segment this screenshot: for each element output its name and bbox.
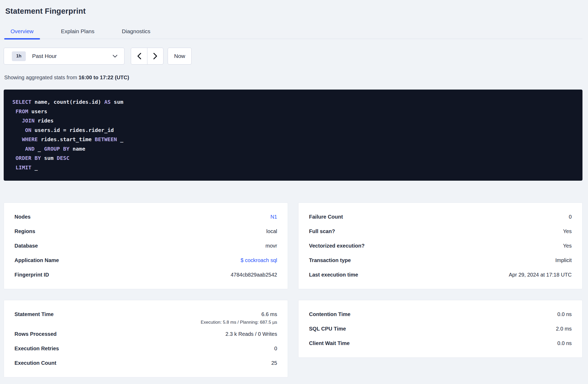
time-controls: 1h Past Hour: [4, 48, 582, 65]
stat-row: Full scan?Yes: [309, 224, 572, 239]
stat-value: movr: [266, 243, 277, 249]
stat-value: Apr 29, 2024 at 17:18 UTC: [509, 272, 572, 278]
time-interval-badge: 1h: [12, 51, 26, 61]
sql-text: name: [69, 146, 85, 152]
stat-label: Full scan?: [309, 228, 343, 234]
stat-label: Fingerprint ID: [14, 272, 57, 278]
sql-line: ORDER BY sum DESC: [12, 154, 574, 163]
previous-time-button[interactable]: [131, 48, 147, 64]
page-title: Statement Fingerprint: [5, 7, 582, 16]
stat-label: Regions: [14, 228, 43, 234]
stat-value: 0: [569, 214, 572, 220]
sql-text: rides: [34, 117, 53, 124]
stat-row: Execution Retries0: [14, 341, 277, 356]
stat-row: Application Name$ cockroach sql: [14, 253, 277, 268]
sql-keyword: WHERE: [22, 136, 38, 142]
sql-line: SELECT name, count(rides.id) AS sum: [12, 97, 574, 107]
statement-details-card: NodesN1RegionslocalDatabasemovrApplicati…: [4, 203, 288, 289]
tab-diagnostics[interactable]: Diagnostics: [116, 25, 157, 39]
stat-label: Application Name: [14, 257, 67, 263]
stat-label: Vectorized execution?: [309, 243, 372, 249]
stat-label: Failure Count: [309, 214, 351, 220]
stat-label: Statement Time: [14, 311, 62, 317]
sql-keyword: AND: [25, 146, 34, 152]
stat-row: Fingerprint ID4784cb829aab2542: [14, 268, 277, 282]
stat-label: Database: [14, 243, 46, 249]
stat-label: Execution Count: [14, 360, 64, 366]
stat-label: Rows Processed: [14, 331, 64, 337]
timing-cards-row: Statement Time6.6 msExecution: 5.8 ms / …: [4, 300, 582, 377]
stat-value-link[interactable]: N1: [270, 214, 277, 220]
stat-value: local: [266, 228, 277, 234]
sql-line: WHERE rides.start_time BETWEEN _: [12, 135, 574, 144]
stat-label: Transaction type: [309, 257, 359, 263]
sql-keyword: GROUP BY: [44, 146, 69, 152]
tab-diagnostics-label: Diagnostics: [122, 28, 151, 34]
aggregated-stats-prefix: Showing aggregated stats from: [4, 75, 78, 80]
sql-text: [12, 117, 22, 124]
stat-value: 0.0 ns: [557, 311, 572, 317]
stat-value: Yes: [563, 243, 572, 249]
sql-text: [12, 127, 25, 133]
now-button-label: Now: [174, 53, 185, 59]
time-range-dropdown[interactable]: 1h Past Hour: [4, 48, 124, 65]
now-button[interactable]: Now: [168, 48, 192, 65]
sql-keyword: ORDER BY: [16, 155, 41, 161]
aggregated-stats-range: 16:00 to 17:22 (UTC): [78, 75, 129, 80]
stat-value: Yes: [563, 228, 572, 234]
stat-row: Client Wait Time0.0 ns: [309, 336, 572, 351]
stat-row: Statement Time6.6 msExecution: 5.8 ms / …: [14, 307, 277, 325]
stat-row: Last execution timeApr 29, 2024 at 17:18…: [309, 268, 572, 282]
sql-keyword: FROM: [16, 108, 28, 115]
stat-row: Failure Count0: [309, 210, 572, 224]
stat-row: SQL CPU Time2.0 ms: [309, 322, 572, 336]
sql-keyword: JOIN: [22, 117, 34, 124]
sql-keyword: DESC: [57, 155, 69, 161]
time-step-controls: [131, 48, 163, 65]
stat-row: NodesN1: [14, 210, 277, 224]
sql-statement-box: SELECT name, count(rides.id) AS sum FROM…: [4, 90, 582, 181]
sql-text: _: [31, 164, 38, 171]
tab-explain-plans[interactable]: Explain Plans: [55, 25, 101, 39]
statement-fingerprint-page: Statement Fingerprint Overview Explain P…: [0, 0, 588, 377]
sql-line: LIMIT _: [12, 163, 574, 173]
sql-text: [12, 164, 16, 171]
stat-subvalue: Execution: 5.8 ms / Planning: 687.5 µs: [14, 319, 277, 325]
stat-value: 0: [274, 346, 277, 352]
tab-overview[interactable]: Overview: [4, 25, 40, 39]
sql-text: _: [117, 136, 123, 142]
stat-row: Execution Count25: [14, 356, 277, 370]
sql-keyword: BETWEEN: [95, 136, 117, 142]
sql-text: [12, 155, 16, 161]
sql-text: [12, 108, 16, 115]
execution-attributes-card: Failure Count0Full scan?YesVectorized ex…: [298, 203, 582, 289]
overview-cards-row: NodesN1RegionslocalDatabasemovrApplicati…: [4, 203, 582, 289]
sql-line: AND _ GROUP BY name: [12, 144, 574, 154]
tab-explain-plans-label: Explain Plans: [61, 28, 94, 34]
sql-text: users: [28, 108, 47, 115]
wait-timing-card: Contention Time0.0 nsSQL CPU Time2.0 msC…: [298, 300, 582, 358]
stat-value-link[interactable]: $ cockroach sql: [241, 257, 277, 263]
sql-statement: SELECT name, count(rides.id) AS sum FROM…: [12, 97, 574, 172]
stat-value: 25: [271, 360, 277, 366]
sql-text: name, count(rides.id): [31, 99, 104, 105]
sql-text: _: [34, 146, 44, 152]
sql-text: sum: [41, 155, 57, 161]
sql-text: sum: [111, 99, 123, 105]
sql-keyword: LIMIT: [16, 164, 31, 171]
sql-text: [12, 136, 22, 142]
tab-overview-label: Overview: [11, 28, 34, 34]
aggregated-stats-summary: Showing aggregated stats from 16:00 to 1…: [4, 74, 582, 81]
stat-value: 4784cb829aab2542: [231, 272, 277, 278]
sql-line: ON users.id = rides.rider_id: [12, 126, 574, 135]
stat-label: Execution Retries: [14, 346, 67, 352]
stat-row: Contention Time0.0 ns: [309, 307, 572, 322]
tabbar: Overview Explain Plans Diagnostics: [4, 25, 582, 39]
chevron-down-icon: [113, 55, 117, 58]
sql-keyword: AS: [104, 99, 111, 105]
stat-label: Last execution time: [309, 272, 366, 278]
next-time-button[interactable]: [147, 48, 163, 64]
chevron-right-icon: [153, 53, 157, 60]
sql-line: FROM users: [12, 107, 574, 116]
stat-row: Vectorized execution?Yes: [309, 239, 572, 253]
